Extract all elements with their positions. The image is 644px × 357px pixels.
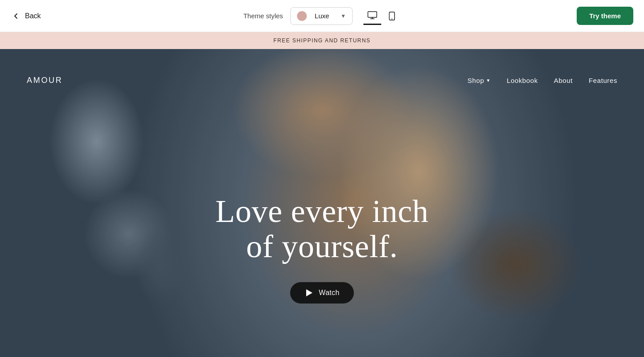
toolbar-left: Back	[11, 11, 41, 21]
svg-rect-0	[368, 12, 377, 17]
store-nav: AMOUR Shop ▼ Lookbook About Features	[0, 66, 644, 95]
back-arrow-icon[interactable]	[11, 11, 21, 21]
svg-point-2	[391, 18, 392, 19]
hero-title-line1: Love every inch	[215, 193, 429, 229]
try-theme-button[interactable]: Try theme	[577, 7, 633, 25]
shop-chevron-icon: ▼	[486, 78, 491, 83]
store-logo: AMOUR	[27, 76, 63, 85]
play-icon	[304, 288, 313, 297]
theme-name: Luxe	[315, 12, 336, 20]
theme-styles-label: Theme styles	[243, 12, 283, 20]
announcement-text: FREE SHIPPING AND RETURNS	[273, 37, 370, 44]
nav-link-lookbook[interactable]: Lookbook	[507, 77, 538, 84]
watch-label: Watch	[319, 289, 339, 297]
store-nav-links: Shop ▼ Lookbook About Features	[468, 77, 617, 84]
theme-color-swatch	[297, 11, 307, 21]
desktop-device-button[interactable]	[363, 7, 381, 25]
nav-features-label: Features	[589, 77, 617, 84]
nav-link-about[interactable]: About	[554, 77, 573, 84]
preview-area: FREE SHIPPING AND RETURNS AMOUR Shop ▼ L…	[0, 32, 644, 357]
toolbar-center: Theme styles Luxe ▼	[243, 7, 401, 25]
toolbar: Back Theme styles Luxe ▼	[0, 0, 644, 32]
theme-styles-dropdown[interactable]: Luxe ▼	[290, 7, 353, 25]
play-triangle	[306, 289, 312, 296]
hero-title: Love every inch of yourself.	[0, 194, 644, 264]
chevron-down-icon: ▼	[340, 13, 346, 19]
hero-section: AMOUR Shop ▼ Lookbook About Features	[0, 49, 644, 357]
mobile-device-button[interactable]	[383, 7, 401, 25]
nav-link-features[interactable]: Features	[589, 77, 617, 84]
nav-lookbook-label: Lookbook	[507, 77, 538, 84]
nav-about-label: About	[554, 77, 573, 84]
nav-link-shop[interactable]: Shop ▼	[468, 77, 491, 84]
device-toggle-group	[363, 7, 401, 25]
back-button[interactable]: Back	[25, 12, 41, 20]
watch-button[interactable]: Watch	[290, 282, 353, 304]
hero-content: Love every inch of yourself. Watch	[0, 194, 644, 304]
hero-title-line2: of yourself.	[246, 229, 398, 264]
announcement-bar: FREE SHIPPING AND RETURNS	[0, 32, 644, 49]
nav-shop-label: Shop	[468, 77, 484, 84]
